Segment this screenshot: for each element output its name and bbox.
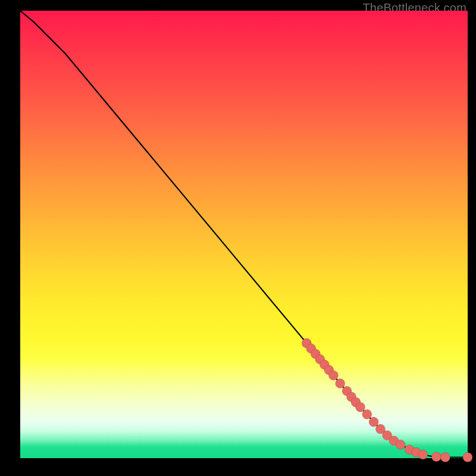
marker-dot xyxy=(328,371,338,380)
plot-area xyxy=(20,11,468,458)
marker-dot xyxy=(440,453,450,462)
chart-stage: TheBottleneck.com xyxy=(0,0,476,476)
marker-dot xyxy=(362,409,372,419)
chart-svg xyxy=(20,11,468,458)
marker-dot xyxy=(356,402,365,412)
trend-line xyxy=(20,11,468,458)
marker-group xyxy=(302,339,472,462)
marker-dot xyxy=(336,378,345,388)
marker-dot xyxy=(396,440,405,449)
marker-dot xyxy=(463,453,472,462)
marker-dot xyxy=(369,417,378,427)
marker-dot xyxy=(418,450,428,459)
marker-dot xyxy=(431,452,441,462)
